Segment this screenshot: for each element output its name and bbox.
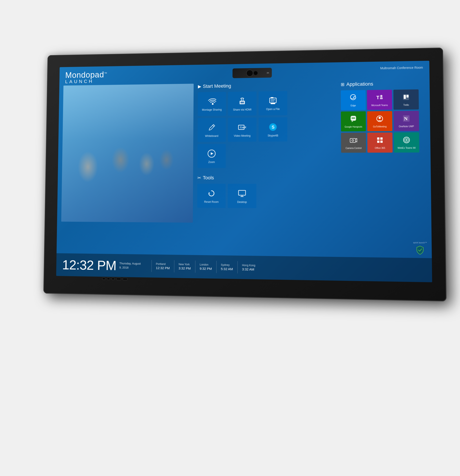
tools-title: ✂ Tools [198, 175, 335, 181]
tools-section: ✂ Tools Reset Room [197, 175, 335, 209]
svg-text:N: N [404, 116, 408, 121]
reset-room-tile[interactable]: Reset Room [197, 184, 226, 208]
whiteboard-label: Whiteboard [205, 134, 218, 138]
svg-rect-36 [380, 137, 382, 139]
svg-point-34 [352, 139, 354, 141]
tz-london: London 9:32 PM [200, 263, 212, 271]
svg-marker-13 [211, 152, 213, 155]
skype-tile[interactable]: S Skype4B [259, 117, 287, 142]
teams-label: Microsoft Teams [371, 104, 388, 106]
montage-sharing-tile[interactable]: Montage Sharing [198, 92, 226, 116]
zoom-tile[interactable]: Zoom [198, 144, 226, 168]
gotomeeting-label: GoToMeeting [373, 125, 387, 128]
skype-icon: S [269, 123, 277, 133]
bottom-ports [102, 278, 127, 280]
tz-divider-5 [237, 261, 237, 273]
svg-rect-38 [380, 141, 382, 143]
tz-hongkong-time: 3:32 AM [242, 267, 254, 271]
applications-section: ⊞ Applications Edge [341, 80, 426, 153]
tz-hongkong: Hong Kong 3:32 AM [242, 264, 255, 271]
webex-icon [402, 136, 411, 146]
zoom-label: Zoom [208, 161, 215, 164]
webex-tile[interactable]: WebEx Teams Wi [394, 132, 419, 152]
tz-london-time: 9:32 PM [200, 267, 212, 271]
photo-area [61, 84, 194, 223]
montage-sharing-label: Montage Sharing [202, 108, 222, 112]
video-meeting-label: Video Meeting [234, 134, 251, 138]
win-apps-grid: Edge T Microsoft Teams [341, 89, 426, 153]
video-meeting-tile[interactable]: ConX Video Meeting [228, 118, 257, 142]
usb-port-2 [107, 278, 110, 280]
svg-point-41 [406, 139, 407, 141]
logo-area: Mondopad™ LAUNCH [65, 70, 107, 84]
skype-label: Skype4B [268, 134, 278, 138]
desktop-icon [238, 189, 246, 199]
open-file-tile[interactable]: Open a File [259, 91, 287, 116]
apps-grid-icon: ⊞ [341, 82, 345, 87]
edge-tile[interactable]: Edge [341, 90, 366, 110]
trello-label: Trello [403, 104, 409, 106]
conference-room-label: Multnomah Conference Room [380, 65, 423, 70]
quick-launch-label: quick launch™ [413, 241, 427, 244]
onenote-tile[interactable]: N OneNote UWP [394, 111, 419, 131]
open-file-label: Open a File [266, 108, 280, 111]
office365-icon [376, 136, 384, 146]
svg-marker-14 [209, 192, 210, 193]
svg-rect-20 [380, 97, 383, 99]
svg-rect-2 [269, 98, 276, 103]
svg-marker-33 [356, 138, 357, 142]
quick-launch: quick launch™ [413, 241, 427, 256]
svg-text:T: T [376, 95, 379, 100]
camera-ctrl-icon [349, 136, 357, 146]
desktop-tile[interactable]: Desktop [228, 184, 256, 208]
camera: 4K [232, 68, 272, 78]
file-icon [269, 97, 277, 106]
photo-overlay [61, 84, 194, 223]
tools-icon: ✂ [198, 175, 201, 180]
tz-newyork-city: New York [179, 263, 190, 266]
clock-time: 12:32 PM [62, 257, 116, 273]
start-meeting-section: ▶ Start Meeting [198, 82, 335, 168]
tz-london-city: London [200, 263, 208, 266]
svg-rect-6 [271, 103, 275, 104]
svg-line-7 [213, 125, 214, 127]
svg-point-27 [354, 118, 355, 119]
svg-rect-15 [239, 190, 246, 195]
hdmi-port [116, 278, 121, 280]
gotomeeting-icon [376, 115, 384, 125]
whiteboard-tile[interactable]: Whiteboard [198, 118, 226, 142]
tz-sydney: Sydney 5:32 AM [221, 264, 233, 271]
reset-icon [207, 189, 216, 199]
share-hdmi-tile[interactable]: Share via HDMI [228, 92, 256, 116]
camera-control-tile[interactable]: Camera Control [341, 133, 366, 153]
tz-divider-3 [195, 261, 195, 273]
wifi-icon [208, 97, 216, 107]
desktop-label: Desktop [237, 200, 247, 204]
hangouts-label: Google Hangouts [345, 125, 362, 128]
svg-text:S: S [271, 125, 274, 130]
edge-icon [349, 94, 357, 103]
gotomeeting-tile[interactable]: GoToMeeting [367, 111, 392, 131]
svg-rect-22 [404, 95, 406, 99]
svg-point-26 [353, 118, 354, 119]
svg-point-29 [379, 117, 381, 119]
hangouts-tile[interactable]: Google Hangouts [341, 111, 366, 132]
office365-tile[interactable]: Office 365 [367, 132, 392, 153]
teams-icon: T [375, 93, 384, 103]
ms-teams-tile[interactable]: T Microsoft Teams [367, 90, 392, 110]
start-meeting-icon: ▶ [198, 84, 201, 89]
hdmi-icon [238, 97, 247, 107]
trello-tile[interactable]: Trello [393, 89, 419, 110]
onenote-icon: N [402, 114, 410, 124]
svg-rect-37 [377, 141, 379, 143]
tz-divider-1 [151, 260, 152, 272]
svg-point-25 [352, 118, 353, 119]
tz-newyork-time: 3:32 PM [179, 266, 191, 270]
tz-sydney-city: Sydney [221, 264, 230, 267]
whiteboard-icon [207, 123, 216, 133]
tz-sydney-time: 5:32 AM [221, 267, 233, 271]
tz-portland-city: Portland [156, 262, 166, 266]
monitor-container: 4K Mondopad™ LAUNCH Multnomah Conference… [21, 24, 439, 452]
logo-launch: LAUNCH [65, 78, 107, 85]
conx-icon: ConX [238, 123, 246, 133]
